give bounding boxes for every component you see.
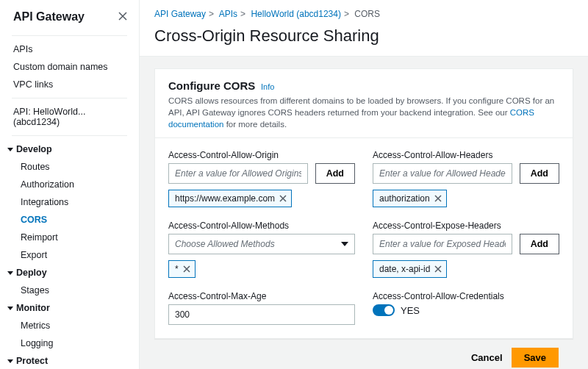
field-expose-headers: Access-Control-Expose-Headers Add date, … [373, 221, 559, 278]
token-expose-headers: date, x-api-id [373, 260, 447, 278]
toggle-value: YES [401, 305, 420, 316]
label-allow-origin: Access-Control-Allow-Origin [168, 150, 355, 160]
caret-down-icon [7, 271, 13, 275]
breadcrumb: API Gateway> APIs> HelloWorld (abcd1234)… [140, 0, 588, 19]
remove-token-icon[interactable] [434, 265, 442, 273]
form-footer: Cancel Save [154, 339, 573, 369]
dropdown-caret-icon [341, 242, 348, 246]
cors-config-card: Configure CORS Info CORS allows resource… [154, 68, 573, 339]
sidebar-item-integrations[interactable]: Integrations [0, 193, 139, 211]
input-allow-headers[interactable] [373, 163, 512, 184]
label-allow-credentials: Access-Control-Allow-Credentials [373, 291, 559, 301]
sidebar-api-context[interactable]: API: HelloWorld...(abcd1234) [0, 103, 139, 131]
page-title: Cross-Origin Resource Sharing [140, 19, 588, 57]
label-max-age: Access-Control-Max-Age [168, 291, 355, 301]
sidebar-item-logging[interactable]: Logging [0, 334, 139, 352]
sidebar-item-apis[interactable]: APIs [0, 40, 139, 58]
sidebar-item-custom-domain-names[interactable]: Custom domain names [0, 58, 139, 76]
remove-token-icon[interactable] [183, 265, 190, 273]
field-allow-origin: Access-Control-Allow-Origin Add https://… [168, 150, 355, 207]
card-description: CORS allows resources from different dom… [168, 95, 559, 130]
sidebar-group-monitor[interactable]: Monitor [0, 299, 139, 317]
token-allow-methods: * [168, 260, 196, 278]
add-allow-headers-button[interactable]: Add [520, 163, 559, 184]
input-expose-headers[interactable] [373, 234, 512, 254]
sidebar-item-metrics[interactable]: Metrics [0, 317, 139, 334]
sidebar-title: API Gateway [13, 10, 85, 24]
sidebar-group-protect[interactable]: Protect [0, 352, 139, 369]
token-allow-origin: https://www.example.com [168, 190, 292, 207]
toggle-allow-credentials[interactable] [373, 304, 395, 316]
label-expose-headers: Access-Control-Expose-Headers [373, 221, 559, 231]
breadcrumb-current: CORS [354, 9, 380, 19]
caret-down-icon [7, 148, 13, 151]
sidebar-group-develop[interactable]: Develop [0, 140, 139, 158]
field-allow-headers: Access-Control-Allow-Headers Add authori… [373, 150, 559, 207]
sidebar: API Gateway APIs Custom domain names VPC… [0, 0, 140, 369]
field-allow-methods: Access-Control-Allow-Methods Choose Allo… [168, 221, 355, 278]
sidebar-group-deploy[interactable]: Deploy [0, 264, 139, 282]
add-allow-origin-button[interactable]: Add [315, 163, 355, 184]
sidebar-item-reimport[interactable]: Reimport [0, 229, 139, 246]
remove-token-icon[interactable] [279, 195, 287, 202]
sidebar-item-authorization[interactable]: Authorization [0, 176, 139, 193]
sidebar-item-vpc-links[interactable]: VPC links [0, 76, 139, 93]
sidebar-item-stages[interactable]: Stages [0, 282, 139, 299]
input-allow-origin[interactable] [168, 163, 308, 184]
breadcrumb-api-gateway[interactable]: API Gateway [154, 9, 206, 19]
token-allow-headers: authorization [373, 190, 447, 207]
add-expose-headers-button[interactable]: Add [520, 234, 559, 254]
label-allow-methods: Access-Control-Allow-Methods [168, 221, 355, 231]
label-allow-headers: Access-Control-Allow-Headers [373, 150, 559, 160]
caret-down-icon [7, 307, 13, 310]
select-allow-methods[interactable]: Choose Allowed Methods [168, 234, 355, 254]
input-max-age[interactable] [168, 304, 355, 325]
sidebar-item-routes[interactable]: Routes [0, 158, 139, 176]
info-link[interactable]: Info [261, 82, 274, 91]
field-max-age: Access-Control-Max-Age [168, 291, 355, 325]
field-allow-credentials: Access-Control-Allow-Credentials YES [373, 291, 559, 325]
main-content: API Gateway> APIs> HelloWorld (abcd1234)… [140, 0, 588, 369]
remove-token-icon[interactable] [434, 195, 442, 202]
cancel-button[interactable]: Cancel [471, 352, 503, 363]
breadcrumb-apis[interactable]: APIs [219, 9, 237, 19]
sidebar-item-cors[interactable]: CORS [0, 211, 139, 229]
save-button[interactable]: Save [512, 348, 559, 368]
card-title: Configure CORS [168, 79, 255, 92]
caret-down-icon [7, 359, 13, 363]
breadcrumb-helloworld[interactable]: HelloWorld (abcd1234) [251, 9, 341, 19]
close-sidebar-icon[interactable] [118, 12, 127, 23]
sidebar-item-export[interactable]: Export [0, 246, 139, 264]
